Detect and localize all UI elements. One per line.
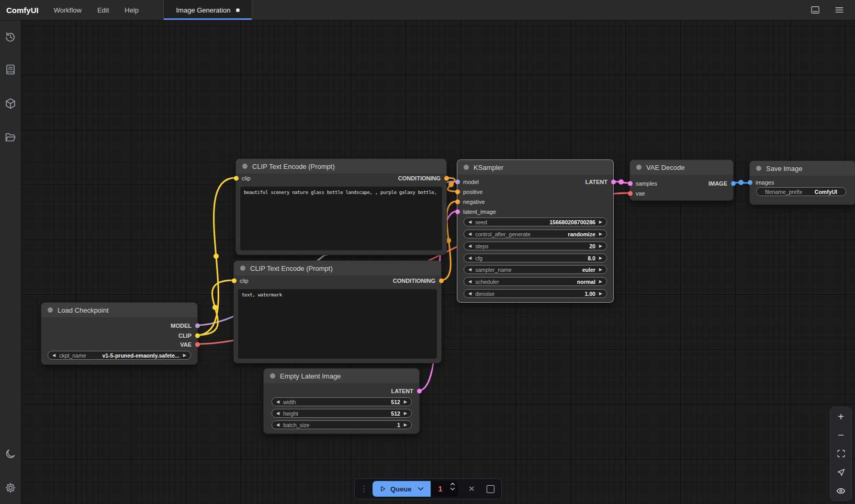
input-dot-vae[interactable] (628, 191, 633, 196)
widget-sampler-name[interactable]: ◀sampler_nameeuler▶ (464, 265, 607, 274)
canvas-controls-panel: + − (830, 407, 852, 501)
output-dot-clip[interactable] (195, 334, 200, 338)
output-dot-model[interactable] (195, 324, 200, 328)
prompt-textarea[interactable]: text, watermark (238, 289, 437, 359)
workflows-folder-icon[interactable] (4, 131, 17, 144)
queue-button[interactable]: Queue (373, 481, 431, 497)
workflow-tab-label: Image Generation (176, 6, 231, 14)
menu-edit[interactable]: Edit (89, 0, 117, 20)
batch-count-input[interactable]: 1 (431, 481, 458, 497)
next-arrow-icon[interactable]: ▶ (599, 256, 602, 260)
prev-arrow-icon[interactable]: ◀ (468, 280, 471, 284)
widget-width[interactable]: ◀width512▶ (272, 397, 412, 406)
widget-ckpt-name[interactable]: ◀ ckpt_name v1-5-pruned-emaonly.safete..… (48, 351, 191, 360)
next-arrow-icon[interactable]: ▶ (404, 411, 407, 416)
menu-help[interactable]: Help (117, 0, 147, 20)
widget-cfg[interactable]: ◀cfg8.0▶ (464, 254, 607, 262)
node-title: CLIP Text Encode (Prompt) (252, 163, 335, 170)
widget-denoise[interactable]: ◀denoise1.00▶ (464, 289, 607, 298)
settings-gear-icon[interactable] (4, 482, 17, 494)
output-dot-latent[interactable] (611, 180, 616, 185)
node-vae-decode[interactable]: VAE Decode samplesIMAGE vae (629, 159, 734, 201)
bottom-panel-toggle-icon[interactable] (810, 5, 820, 15)
fit-view-button[interactable] (832, 446, 850, 462)
prev-arrow-icon[interactable]: ◀ (276, 423, 279, 427)
menu-workflow[interactable]: Workflow (46, 0, 89, 20)
prev-arrow-icon[interactable]: ◀ (276, 411, 279, 416)
next-arrow-icon[interactable]: ▶ (404, 423, 407, 427)
widget-control-after-generate[interactable]: ◀control_after_generaterandomize▶ (464, 230, 607, 238)
input-dot-samples[interactable] (628, 181, 633, 186)
spinner-down-icon[interactable] (450, 487, 455, 490)
next-arrow-icon[interactable]: ▶ (183, 353, 186, 358)
prev-arrow-icon[interactable]: ◀ (468, 292, 471, 296)
clear-queue-button[interactable]: ✕ (466, 484, 477, 494)
node-ksampler[interactable]: KSampler modelLATENT positive negative l… (457, 159, 614, 303)
graph-canvas[interactable]: Load Checkpoint MODEL CLIP VAE ◀ ckpt_na… (21, 20, 855, 504)
queue-history-icon[interactable] (4, 31, 17, 43)
toggle-link-visibility-button[interactable] (832, 483, 850, 499)
prev-arrow-icon[interactable]: ◀ (468, 268, 471, 272)
prev-arrow-icon[interactable]: ◀ (52, 353, 55, 358)
hamburger-menu-icon[interactable] (834, 5, 845, 15)
workflow-tab[interactable]: Image Generation (163, 0, 252, 20)
input-dot-clip[interactable] (234, 176, 239, 181)
node-empty-latent-image[interactable]: Empty Latent Image LATENT ◀width512▶ ◀he… (263, 368, 420, 434)
input-dot-model[interactable] (455, 180, 460, 185)
output-dot-conditioning[interactable] (444, 176, 449, 181)
node-status-dot (636, 165, 642, 170)
play-icon (379, 485, 386, 492)
queue-button-label: Queue (390, 485, 411, 493)
queue-drag-handle[interactable]: ⋮ (360, 484, 365, 494)
output-dot-latent[interactable] (417, 389, 422, 394)
widget-seed[interactable]: ◀seed156680208700286▶ (464, 217, 607, 226)
stop-square-icon (487, 485, 494, 493)
widget-filename-prefix[interactable]: filename_prefix ComfyUI (756, 187, 846, 196)
fit-view-icon (836, 449, 846, 459)
prev-arrow-icon[interactable]: ◀ (468, 256, 471, 260)
input-dot-negative[interactable] (455, 200, 460, 204)
next-arrow-icon[interactable]: ▶ (599, 292, 602, 296)
next-arrow-icon[interactable]: ▶ (599, 280, 602, 284)
output-dot-image[interactable] (731, 181, 736, 186)
next-arrow-icon[interactable]: ▶ (599, 244, 602, 248)
widget-scheduler[interactable]: ◀schedulernormal▶ (464, 277, 607, 286)
node-load-checkpoint[interactable]: Load Checkpoint MODEL CLIP VAE ◀ ckpt_na… (41, 302, 198, 365)
model-library-icon[interactable] (4, 97, 17, 110)
node-status-dot (242, 164, 248, 169)
widget-batch-size[interactable]: ◀batch_size1▶ (272, 420, 412, 429)
node-title: CLIP Text Encode (Prompt) (250, 265, 333, 272)
zoom-in-button[interactable]: + (832, 409, 850, 425)
prev-arrow-icon[interactable]: ◀ (276, 400, 279, 404)
node-title: VAE Decode (646, 164, 684, 171)
input-dot-images[interactable] (748, 180, 752, 185)
widget-height[interactable]: ◀height512▶ (272, 409, 412, 418)
spinner-up-icon[interactable] (450, 483, 455, 486)
output-dot-conditioning[interactable] (439, 279, 444, 283)
prev-arrow-icon[interactable]: ◀ (468, 220, 471, 224)
node-status-dot (270, 373, 275, 379)
input-dot-positive[interactable] (455, 190, 460, 194)
input-dot-latent-image[interactable] (455, 210, 460, 214)
comfyui-logo: ComfyUI (0, 0, 46, 20)
select-mode-button[interactable] (832, 465, 850, 480)
widget-steps[interactable]: ◀steps20▶ (464, 242, 607, 250)
node-save-image[interactable]: Save Image images filename_prefix ComfyU… (749, 161, 855, 205)
stop-button[interactable] (485, 485, 496, 493)
node-clip-text-encode-positive[interactable]: CLIP Text Encode (Prompt) clip CONDITION… (235, 158, 447, 255)
next-arrow-icon[interactable]: ▶ (599, 268, 602, 272)
node-library-icon[interactable] (4, 63, 17, 76)
unsaved-indicator-dot (236, 8, 240, 12)
next-arrow-icon[interactable]: ▶ (599, 232, 602, 236)
input-dot-clip[interactable] (232, 279, 237, 283)
prev-arrow-icon[interactable]: ◀ (468, 232, 471, 236)
batch-count-value: 1 (431, 485, 442, 493)
prompt-textarea[interactable]: beautiful scenery nature glass bottle la… (240, 187, 442, 250)
output-dot-vae[interactable] (195, 342, 200, 347)
theme-toggle-moon-icon[interactable] (4, 448, 17, 460)
next-arrow-icon[interactable]: ▶ (404, 400, 407, 404)
node-clip-text-encode-negative[interactable]: CLIP Text Encode (Prompt) clip CONDITION… (233, 260, 442, 363)
prev-arrow-icon[interactable]: ◀ (468, 244, 471, 248)
next-arrow-icon[interactable]: ▶ (599, 220, 602, 224)
zoom-out-button[interactable]: − (832, 427, 850, 443)
